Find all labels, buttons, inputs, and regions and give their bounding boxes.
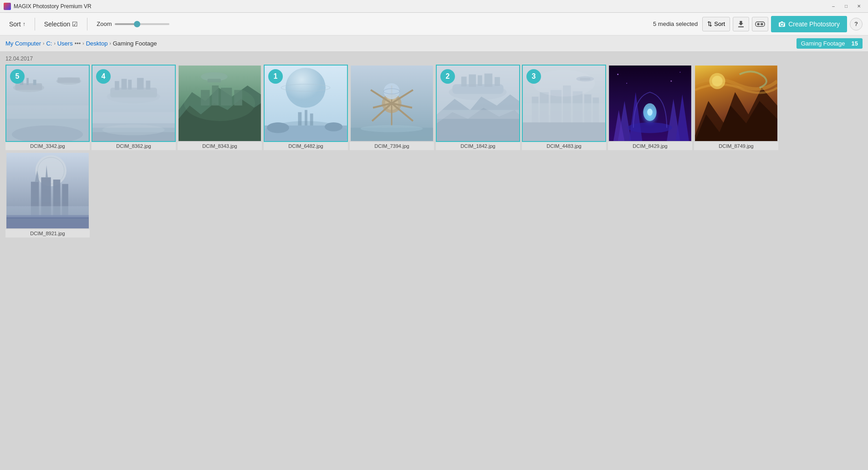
breadcrumb-my-computer[interactable]: My Computer <box>5 40 41 47</box>
thumbnail-label-thumb-3342: DCIM_3342.jpg <box>5 142 90 150</box>
thumbnail-wrapper-thumb-8921 <box>5 152 90 229</box>
svg-rect-82 <box>563 86 571 123</box>
svg-point-17 <box>12 126 83 141</box>
svg-rect-0 <box>738 26 744 27</box>
thumbnail-wrapper-thumb-4483: 3 <box>522 65 606 142</box>
vr-button[interactable] <box>752 17 768 31</box>
svg-rect-70 <box>461 76 467 86</box>
thumbnail-label-thumb-6482: DCIM_6482.jpg <box>264 142 348 150</box>
sort-label: Sort <box>9 20 21 28</box>
breadcrumb-desktop[interactable]: Desktop <box>86 40 108 47</box>
svg-rect-74 <box>495 77 500 86</box>
svg-rect-83 <box>573 91 582 123</box>
thumbnail-item-thumb-4483[interactable]: 3DCIM_4483.jpg <box>522 65 606 150</box>
svg-rect-85 <box>592 97 599 123</box>
thumbnail-item-thumb-8362[interactable]: 4DCIM_8362.jpg <box>92 65 176 150</box>
breadcrumb-sep-1: › <box>43 41 44 46</box>
sort-arrow-icon: ↑ <box>23 21 26 27</box>
thumbnail-label-thumb-8429: DCIM_8429.jpg <box>608 142 692 150</box>
thumbnail-item-thumb-8749[interactable]: DCIM_8749.jpg <box>694 65 778 150</box>
breadcrumb-users[interactable]: Users <box>57 40 73 47</box>
svg-point-88 <box>533 70 595 97</box>
zoom-container: Zoom <box>97 20 169 27</box>
svg-rect-69 <box>452 84 503 94</box>
sort-right-label: Sort <box>714 20 725 27</box>
selection-badge-thumb-1842: 2 <box>440 69 455 84</box>
svg-marker-76 <box>437 108 519 141</box>
create-photostory-button[interactable]: Create Photostory <box>771 16 847 32</box>
breadcrumb-sep-3: › <box>82 41 84 46</box>
thumbnail-item-thumb-8921[interactable]: DCIM_8921.jpg <box>5 152 90 238</box>
zoom-slider[interactable] <box>115 23 169 25</box>
thumbnail-wrapper-thumb-6482: 1 <box>264 65 348 142</box>
svg-rect-18 <box>6 106 89 119</box>
svg-rect-13 <box>57 77 80 83</box>
thumbnail-item-thumb-1842[interactable]: 2DCIM_1842.jpg <box>436 65 520 150</box>
svg-point-109 <box>712 76 722 86</box>
thumbnail-wrapper-thumb-8429 <box>608 65 692 142</box>
svg-rect-39 <box>208 79 221 82</box>
toolbar-separator-2 <box>87 18 87 30</box>
selection-button[interactable]: Selection ☑ <box>41 19 82 30</box>
selection-label: Selection <box>44 20 71 28</box>
breadcrumb-bar: My Computer › C: › Users ••• › Desktop ›… <box>0 35 868 52</box>
thumbnail-label-thumb-8362: DCIM_8362.jpg <box>92 142 176 150</box>
svg-rect-86 <box>523 103 605 123</box>
svg-rect-24 <box>128 80 132 89</box>
svg-rect-71 <box>469 75 476 87</box>
breadcrumb-ellipsis[interactable]: ••• <box>75 40 81 47</box>
svg-rect-77 <box>437 110 519 119</box>
thumbnail-bg-thumb-8749 <box>695 66 777 141</box>
thumbnail-item-thumb-8343[interactable]: DCIM_8343.jpg <box>178 65 262 150</box>
thumbnail-label-thumb-1842: DCIM_1842.jpg <box>436 142 520 150</box>
thumbnail-bg-thumb-7394 <box>351 66 433 141</box>
selection-badge-thumb-3342: 5 <box>10 69 25 84</box>
thumbnail-label-thumb-8749: DCIM_8749.jpg <box>694 142 778 150</box>
download-button[interactable] <box>733 17 749 31</box>
svg-rect-16 <box>33 80 36 85</box>
maximize-button[interactable]: □ <box>841 2 852 10</box>
svg-rect-79 <box>532 96 539 123</box>
download-icon <box>737 20 745 28</box>
sort-right-button[interactable]: ⇅ Sort <box>702 17 730 31</box>
svg-rect-26 <box>146 81 150 90</box>
selection-badge-thumb-8362: 4 <box>96 69 111 84</box>
title-bar: MAGIX Photostory Premium VR – □ ✕ <box>0 0 868 13</box>
breadcrumb-c-drive[interactable]: C: <box>46 40 52 47</box>
svg-point-12 <box>56 77 82 85</box>
media-selected-label: 5 media selected <box>653 20 698 27</box>
svg-rect-81 <box>551 90 562 123</box>
svg-rect-15 <box>26 78 29 85</box>
svg-rect-25 <box>137 78 144 89</box>
selection-badge-thumb-6482: 1 <box>268 69 283 84</box>
svg-point-104 <box>626 83 627 84</box>
sort-button[interactable]: Sort ↑ <box>5 19 29 30</box>
selection-check-icon: ☑ <box>72 20 78 28</box>
breadcrumb-sep-2: › <box>54 41 55 46</box>
vr-icon <box>755 21 765 27</box>
svg-point-100 <box>628 122 672 133</box>
thumbnail-item-thumb-8429[interactable]: DCIM_8429.jpg <box>608 65 692 150</box>
svg-rect-72 <box>478 75 482 86</box>
breadcrumb-sep-4: › <box>109 41 111 46</box>
svg-rect-84 <box>584 94 592 123</box>
minimize-button[interactable]: – <box>828 2 839 10</box>
thumbnail-item-thumb-3342[interactable]: 5DCIM_3342.jpg <box>5 65 90 150</box>
help-button[interactable]: ? <box>850 18 863 30</box>
thumbnail-item-thumb-7394[interactable]: DCIM_7394.jpg <box>350 65 434 150</box>
thumbnail-item-thumb-6482[interactable]: 1DCIM_6482.jpg <box>264 65 348 150</box>
close-button[interactable]: ✕ <box>853 2 864 10</box>
svg-point-20 <box>107 90 160 103</box>
svg-rect-48 <box>298 112 301 126</box>
toolbar-separator-1 <box>35 18 35 30</box>
svg-point-68 <box>449 84 507 100</box>
svg-rect-22 <box>115 81 119 90</box>
svg-rect-30 <box>92 112 175 128</box>
svg-rect-121 <box>6 219 89 228</box>
folder-badge: Gaming Footage 15 <box>797 38 863 49</box>
app-icon <box>4 3 11 10</box>
svg-rect-28 <box>92 132 175 141</box>
svg-rect-21 <box>110 88 157 97</box>
thumbnail-wrapper-thumb-8362: 4 <box>92 65 176 142</box>
thumbnail-bg-thumb-8429 <box>609 66 691 141</box>
